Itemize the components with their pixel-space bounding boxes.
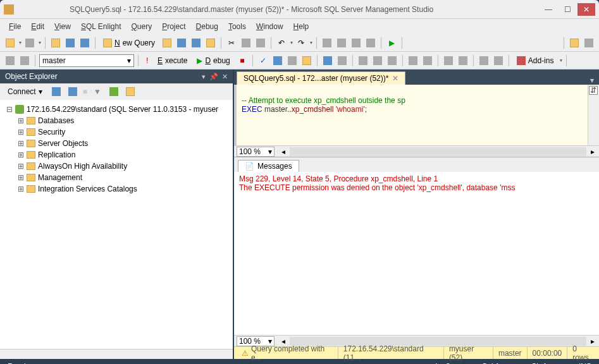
query-mdx-button[interactable]	[175, 37, 188, 49]
connect-button[interactable]: Connect ▾	[4, 86, 46, 97]
cut-button[interactable]: ✂	[225, 37, 238, 49]
toolbox-button[interactable]	[583, 37, 595, 49]
exec-user: myuser (52)	[443, 347, 493, 359]
tree-folder-databases[interactable]: ⊞Databases	[3, 115, 230, 126]
tree-folder-alwayson[interactable]: ⊞AlwaysOn High Availability	[3, 161, 230, 172]
redo-button[interactable]: ↷	[295, 37, 307, 49]
tree-folder-replication[interactable]: ⊞Replication	[3, 149, 230, 161]
close-button[interactable]: ✕	[577, 3, 595, 16]
panel-close-button[interactable]: ✕	[222, 73, 228, 81]
menu-query[interactable]: Query	[128, 21, 154, 32]
oe-extra-button[interactable]	[124, 85, 137, 98]
dec-indent-button[interactable]	[442, 54, 455, 67]
folder-icon	[27, 117, 35, 124]
activity-button[interactable]	[350, 37, 362, 49]
new-query-button[interactable]: NNew Queryew Query	[99, 37, 159, 49]
sql-editor[interactable]: -- Attempt to execute xp_cmdshell outsid…	[234, 85, 599, 145]
addins-button[interactable]: Add-ins	[513, 55, 558, 66]
panel-pin-button[interactable]: 📌	[209, 73, 218, 81]
menu-sqlenlight[interactable]: SQL Enlight	[78, 21, 124, 32]
results-text-button[interactable]	[357, 54, 369, 67]
execute-button[interactable]: ! Execute	[142, 55, 191, 66]
menu-tools[interactable]: Tools	[226, 21, 249, 32]
menu-debug[interactable]: Debug	[194, 21, 221, 32]
document-tab[interactable]: SQLQuery5.sql - 172...aster (myuser (52)…	[237, 71, 405, 85]
estimated-plan-button[interactable]	[271, 54, 284, 67]
client-stats-button[interactable]	[336, 54, 349, 67]
uncomment-button[interactable]	[421, 54, 434, 67]
paste-button[interactable]	[254, 37, 267, 49]
properties-button[interactable]	[568, 37, 581, 49]
messages-label: Messages	[257, 162, 292, 171]
debug-button[interactable]: ▶ Debug	[193, 55, 233, 66]
connect-toolbar: Connect ▾ ■ ▼	[0, 83, 233, 100]
intellisense-button[interactable]	[300, 54, 313, 67]
change-connection-button[interactable]	[4, 54, 16, 67]
minimize-button[interactable]: —	[540, 3, 557, 16]
refresh-button[interactable]	[108, 85, 120, 98]
oe-scrollbar[interactable]	[0, 349, 233, 359]
results-file-button[interactable]	[386, 54, 398, 67]
tree-server-node[interactable]: ⊟ 172.16.54.229\standard (SQL Server 11.…	[3, 104, 230, 115]
save-button[interactable]	[64, 37, 77, 49]
database-combo[interactable]: master▾	[39, 54, 134, 67]
query-dmx-button[interactable]	[190, 37, 202, 49]
menu-edit[interactable]: Edit	[28, 21, 47, 32]
nav-fwd-button[interactable]	[335, 37, 348, 49]
exec-db: master	[493, 347, 527, 359]
new-project-button[interactable]	[4, 37, 16, 49]
disconnect-button[interactable]	[18, 54, 31, 67]
copy-button[interactable]	[240, 37, 252, 49]
start-button[interactable]: ▶	[385, 37, 398, 49]
toolbar-sql: master▾ ! Execute ▶ Debug ■ ✓ Add-ins▾	[0, 52, 599, 70]
scroll-left-button[interactable]: ◂	[277, 145, 290, 158]
query-de-button[interactable]	[161, 37, 173, 49]
tab-label: SQLQuery5.sql - 172...aster (myuser (52)…	[244, 74, 388, 83]
editor-zoom-combo[interactable]: 100 %▾	[237, 147, 275, 157]
exec-message: Query completed with e...	[251, 344, 333, 362]
tree-folder-security[interactable]: ⊞Security	[3, 126, 230, 138]
undo-button[interactable]: ↶	[275, 37, 288, 49]
query-xmla-button[interactable]	[204, 37, 217, 49]
add-item-button[interactable]	[23, 37, 36, 49]
template-params-button[interactable]	[478, 54, 490, 67]
tree-folder-integration[interactable]: ⊞Integration Services Catalogs	[3, 183, 230, 195]
results-grid-button[interactable]	[371, 54, 384, 67]
object-explorer-header: Object Explorer ▾ 📌 ✕	[0, 70, 233, 83]
panel-dropdown-button[interactable]: ▾	[202, 73, 206, 81]
messages-pane[interactable]: Msg 229, Level 14, State 5, Procedure xp…	[234, 172, 599, 335]
nav-back-button[interactable]	[321, 37, 333, 49]
folder-icon	[27, 174, 35, 181]
tree-folder-management[interactable]: ⊞Management	[3, 172, 230, 183]
menu-project[interactable]: Project	[159, 21, 188, 32]
cancel-query-button[interactable]: ■	[236, 54, 249, 67]
disconnect-oe-button[interactable]	[50, 85, 63, 98]
save-all-button[interactable]	[78, 37, 91, 49]
editor-split-button[interactable]: ⇵	[589, 86, 598, 95]
tab-close-button[interactable]: ✕	[392, 74, 398, 83]
maximize-button[interactable]: ☐	[559, 3, 576, 16]
stop-button[interactable]	[66, 85, 79, 98]
open-button[interactable]	[49, 37, 62, 49]
tree-folder-server-objects[interactable]: ⊞Server Objects	[3, 138, 230, 149]
object-explorer-panel: Object Explorer ▾ 📌 ✕ Connect ▾ ■ ▼ ⊟ 17…	[0, 70, 234, 359]
menu-view[interactable]: View	[52, 21, 73, 32]
find-button[interactable]	[364, 37, 377, 49]
editor-hscroll[interactable]	[290, 147, 586, 156]
editor-zoom-bar: 100 %▾ ◂ ▸	[234, 145, 599, 157]
tab-list-button[interactable]: ▾	[590, 76, 594, 85]
menu-window[interactable]: Window	[254, 21, 286, 32]
object-tree[interactable]: ⊟ 172.16.54.229\standard (SQL Server 11.…	[0, 100, 233, 349]
actual-plan-button[interactable]	[321, 54, 334, 67]
menu-help[interactable]: Help	[291, 21, 312, 32]
messages-tab[interactable]: 📄 Messages	[238, 160, 299, 172]
exec-rows: 0 rows	[567, 347, 599, 359]
inc-indent-button[interactable]	[457, 54, 469, 67]
menu-file[interactable]: File	[6, 21, 23, 32]
filter-button[interactable]: ▼	[91, 85, 104, 98]
query-options-button[interactable]	[286, 54, 299, 67]
parse-button[interactable]: ✓	[257, 54, 269, 67]
comment-button[interactable]	[407, 54, 419, 67]
scroll-right-button[interactable]: ▸	[586, 145, 599, 158]
trace-query-button[interactable]	[492, 54, 505, 67]
